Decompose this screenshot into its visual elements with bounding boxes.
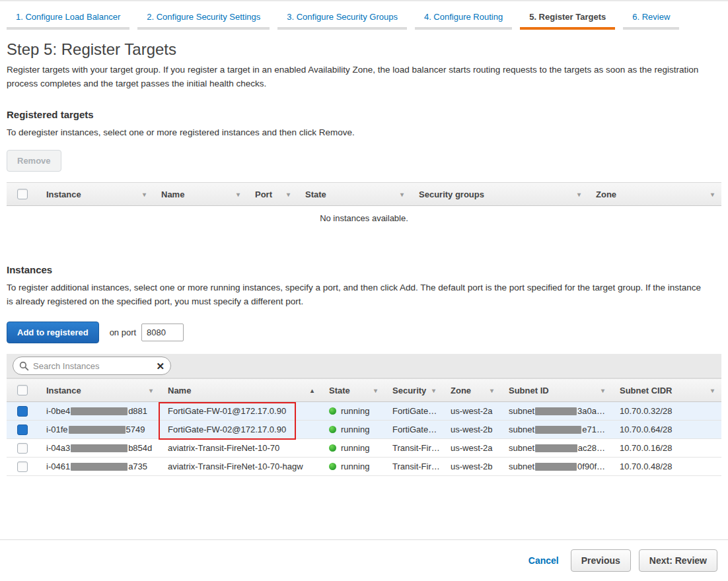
- row-checkbox-cell: [7, 439, 38, 457]
- security-cell: Transit-Fir…: [384, 439, 443, 457]
- table-row[interactable]: i-0461a735 aviatrix-Transit-FireNet-10-7…: [7, 458, 721, 476]
- row-checkbox[interactable]: [17, 406, 28, 417]
- column-dropdown-icon[interactable]: ▾: [577, 191, 581, 198]
- instances-description: To register additional instances, select…: [7, 281, 707, 308]
- remove-button[interactable]: Remove: [7, 150, 61, 172]
- subnet-cidr-cell: 10.70.0.32/28: [612, 402, 721, 420]
- instances-table-rows: i-0be4d881 FortiGate-FW-01@172.17.0.90 r…: [7, 402, 721, 476]
- subnet-id-text: 3a0a…: [577, 406, 605, 416]
- tab-review[interactable]: 6. Review: [623, 8, 679, 30]
- cancel-link[interactable]: Cancel: [528, 555, 559, 566]
- subnet-cidr-cell: 10.70.0.64/28: [612, 421, 721, 438]
- registered-targets-table: Instance ▾ Name ▾ Port ▾ State ▾ Securit…: [7, 182, 721, 232]
- column-dropdown-icon[interactable]: ▾: [374, 387, 377, 394]
- row-checkbox[interactable]: [17, 425, 28, 435]
- port-input[interactable]: [141, 324, 184, 341]
- column-header-name[interactable]: Name ▴: [160, 379, 321, 401]
- column-dropdown-icon[interactable]: ▾: [143, 191, 146, 198]
- subnet-id-text: ac28…: [578, 443, 605, 453]
- column-label: Zone: [451, 386, 471, 395]
- column-label: Port: [255, 189, 272, 199]
- select-all-checkbox[interactable]: [17, 189, 28, 199]
- column-label: Subnet CIDR: [620, 386, 672, 395]
- tab-configure-routing[interactable]: 4. Configure Routing: [415, 8, 512, 30]
- tab-register-targets[interactable]: 5. Register Targets: [520, 8, 615, 30]
- column-label: Name: [168, 386, 191, 395]
- tab-configure-load-balancer[interactable]: 1. Configure Load Balancer: [7, 8, 129, 30]
- column-dropdown-icon[interactable]: ▾: [287, 191, 290, 198]
- column-header-port[interactable]: Port ▾: [247, 183, 297, 205]
- status-running-icon: [329, 444, 336, 452]
- redaction-block: [71, 463, 127, 471]
- instances-table: ✕ Instance ▾ Name ▴ State ▾ Security ▾: [7, 354, 721, 476]
- name-cell: aviatrix-Transit-FireNet-10-70: [160, 439, 321, 457]
- state-cell: running: [321, 421, 384, 438]
- select-all-checkbox[interactable]: [17, 385, 28, 395]
- column-dropdown-icon[interactable]: ▾: [490, 387, 493, 394]
- registered-targets-description: To deregister instances, select one or m…: [7, 125, 707, 139]
- row-checkbox[interactable]: [17, 461, 28, 472]
- subnet-id-cell: subnet3a0a…: [501, 402, 612, 420]
- column-dropdown-icon[interactable]: ▾: [601, 387, 604, 394]
- table-row[interactable]: i-0be4d881 FortiGate-FW-01@172.17.0.90 r…: [7, 402, 721, 421]
- search-instances-box[interactable]: ✕: [13, 357, 171, 375]
- name-cell: FortiGate-FW-01@172.17.0.90: [160, 402, 321, 420]
- registered-targets-heading: Registered targets: [7, 109, 721, 120]
- subnet-id-cell: subnetac28…: [501, 439, 612, 457]
- row-checkbox[interactable]: [17, 443, 28, 454]
- state-text: running: [341, 461, 369, 471]
- redaction-block: [535, 463, 577, 471]
- sort-ascending-icon[interactable]: ▴: [310, 387, 314, 394]
- instance-id-text: a735: [128, 461, 147, 471]
- column-header-state[interactable]: State ▾: [321, 379, 384, 401]
- add-to-registered-button[interactable]: Add to registered: [7, 322, 99, 343]
- subnet-id-text: subnet: [509, 461, 534, 471]
- empty-table-message: No instances available.: [7, 206, 721, 232]
- column-dropdown-icon[interactable]: ▾: [237, 191, 240, 198]
- register-targets-content: Step 5: Register Targets Register target…: [0, 40, 728, 476]
- tab-configure-security-settings[interactable]: 2. Configure Security Settings: [137, 8, 270, 30]
- column-header-security[interactable]: Security ▾: [384, 379, 443, 401]
- previous-button[interactable]: Previous: [571, 549, 631, 572]
- next-review-button[interactable]: Next: Review: [639, 549, 717, 572]
- page-description: Register targets with your target group.…: [7, 63, 707, 90]
- table-row[interactable]: i-04a3b854d aviatrix-Transit-FireNet-10-…: [7, 439, 721, 458]
- column-header-state[interactable]: State ▾: [297, 183, 411, 205]
- subnet-cidr-cell: 10.70.0.48/28: [612, 458, 721, 475]
- column-label: Zone: [596, 189, 616, 199]
- column-header-subnet-id[interactable]: Subnet ID ▾: [501, 379, 612, 401]
- instance-id-cell: i-0be4d881: [38, 402, 160, 420]
- column-dropdown-icon[interactable]: ▾: [711, 387, 714, 394]
- name-cell: FortiGate-FW-02@172.17.0.90: [160, 421, 321, 438]
- table-row[interactable]: i-01fe5749 FortiGate-FW-02@172.17.0.90 r…: [7, 421, 721, 439]
- tab-configure-security-groups[interactable]: 3. Configure Security Groups: [277, 8, 407, 30]
- column-header-zone[interactable]: Zone ▾: [443, 379, 501, 401]
- zone-cell: us-west-2b: [443, 458, 501, 475]
- instance-id-text: i-01fe: [46, 425, 68, 434]
- column-header-security-groups[interactable]: Security groups ▾: [411, 183, 588, 205]
- column-header-instance[interactable]: Instance ▾: [38, 379, 160, 401]
- column-header-name[interactable]: Name ▾: [153, 183, 247, 205]
- state-cell: running: [321, 458, 384, 475]
- security-cell: FortiGate…: [384, 421, 443, 438]
- column-header-zone[interactable]: Zone ▾: [588, 183, 721, 205]
- column-dropdown-icon[interactable]: ▾: [711, 191, 714, 198]
- instance-id-text: i-0461: [46, 461, 70, 471]
- column-dropdown-icon[interactable]: ▾: [149, 387, 153, 394]
- subnet-id-text: subnet: [509, 425, 534, 434]
- header-checkbox-cell: [7, 379, 38, 401]
- instances-table-header: Instance ▾ Name ▴ State ▾ Security ▾ Zon…: [7, 378, 721, 402]
- column-label: Name: [161, 189, 184, 199]
- column-dropdown-icon[interactable]: ▾: [432, 387, 435, 394]
- status-running-icon: [329, 426, 336, 433]
- column-label: Security groups: [419, 189, 484, 199]
- column-header-instance[interactable]: Instance ▾: [38, 183, 153, 205]
- wizard-steps: 1. Configure Load Balancer 2. Configure …: [0, 1, 728, 30]
- column-header-subnet-cidr[interactable]: Subnet CIDR ▾: [612, 379, 721, 401]
- row-checkbox-cell: [7, 421, 38, 438]
- clear-search-icon[interactable]: ✕: [156, 361, 164, 371]
- column-dropdown-icon[interactable]: ▾: [400, 191, 404, 198]
- search-input[interactable]: [33, 361, 156, 371]
- redaction-block: [71, 407, 127, 415]
- state-cell: running: [321, 402, 384, 420]
